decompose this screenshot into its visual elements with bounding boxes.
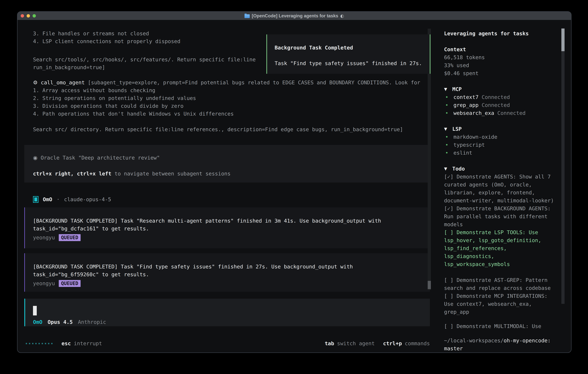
esc-key-label: interrupt: [74, 340, 102, 347]
active-model: Opus 4.5: [48, 319, 73, 325]
opencode-window: [OpenCode] Leveraging agents for tasks ◐…: [17, 11, 571, 353]
tool-name: call_omo_agent: [41, 80, 85, 85]
background-task-notification: Background Task Completed Task "Find typ…: [266, 34, 430, 74]
terminal-line: 2. String operations on potentially unde…: [33, 94, 427, 102]
agent-icon: [33, 196, 39, 203]
ctrlp-key-label: commands: [405, 340, 430, 347]
mcp-status: Connected: [482, 102, 510, 108]
task-user: yeongyu: [33, 234, 55, 241]
context-used: 33% used: [444, 61, 560, 69]
model-name: claude-opus-4-5: [64, 196, 111, 203]
session-header[interactable]: OmO · claude-opus-4-5: [33, 196, 111, 203]
window-title: [OpenCode] Leveraging agents for tasks ◐: [244, 13, 344, 19]
todo-section-header[interactable]: ▼Todo: [444, 165, 560, 173]
terminal-line: 1. Array access without bounds checking: [33, 86, 427, 94]
task-message-line: [BACKGROUND TASK COMPLETED] Task "Resear…: [33, 217, 430, 225]
context-heading: Context: [444, 45, 560, 53]
close-button[interactable]: [21, 14, 24, 18]
bullet-icon: •: [444, 93, 453, 101]
notification-title: Background Task Completed: [275, 44, 430, 51]
maximize-button[interactable]: [32, 14, 36, 18]
terminal-line: Search src/ directory. Return specific f…: [33, 125, 427, 133]
keybinding: ctrl+x right, ctrl+x left: [33, 171, 111, 177]
task-message-line: [BACKGROUND TASK COMPLETED] Task "Find t…: [33, 263, 430, 270]
bullet-icon: •: [444, 133, 453, 141]
mcp-item: •grep_app Connected: [444, 101, 560, 109]
tab-key-label: switch agent: [337, 340, 375, 347]
todo-done-items: [✓] Demonstrate AGENTS: Show all 7 curat…: [444, 173, 560, 228]
input-meta-row: OmO Opus 4.5 Anthropic: [33, 319, 106, 325]
lsp-item: •markdown-oxide: [444, 133, 560, 141]
chevron-down-icon: ▼: [444, 165, 452, 173]
titlebar[interactable]: [OpenCode] Leveraging agents for tasks ◐: [18, 12, 571, 20]
task-meta-row: yeongyu QUEUED: [33, 234, 430, 241]
spinner-icon: [26, 343, 52, 344]
text-cursor: [33, 306, 37, 315]
status-badge: QUEUED: [59, 234, 81, 241]
workspace-path: ~/local-workspaces/oh-my-opencode:: [444, 337, 560, 344]
folder-icon: [244, 14, 250, 18]
terminal-line: 4. Path operations that don't handle Win…: [33, 110, 427, 118]
background-task-message[interactable]: [BACKGROUND TASK COMPLETED] Task "Find t…: [24, 253, 430, 292]
mcp-section-header[interactable]: ▼MCP: [444, 85, 560, 93]
context-spent: $0.46 spent: [444, 69, 560, 77]
record-icon: ◉: [33, 155, 37, 161]
agent-name: OmO: [43, 196, 52, 203]
session-title: Leveraging agents for tasks: [444, 30, 560, 37]
traffic-lights: [21, 12, 36, 20]
oracle-hint-line: ctrl+x right, ctrl+x left to navigate be…: [33, 170, 430, 177]
mcp-item: •context7 Connected: [444, 93, 560, 101]
gear-icon: ⚙: [33, 80, 38, 85]
tool-args: [subagent_type=explore, prompt=Find pote…: [85, 80, 420, 85]
lsp-item: •eslint: [444, 149, 560, 157]
chevron-down-icon: ▼: [444, 85, 452, 93]
mcp-item: •websearch_exa Connected: [444, 109, 560, 117]
window-content: 3. File handles or streams not closed 4.…: [18, 20, 571, 353]
mcp-status: Connected: [497, 110, 525, 116]
mcp-name: websearch_exa: [453, 110, 494, 116]
lsp-section-header[interactable]: ▼LSP: [444, 125, 560, 133]
git-branch: master: [444, 344, 560, 353]
mcp-name: context7: [453, 94, 478, 100]
task-meta-row: yeongyu QUEUED: [33, 280, 430, 287]
sidebar: Leveraging agents for tasks Context 66,5…: [443, 20, 571, 353]
context-tokens: 66,518 tokens: [444, 53, 560, 61]
task-message-line: task_id="bg_6f59260c" to get results.: [33, 270, 430, 278]
sidebar-scrollbar[interactable]: [561, 29, 565, 304]
separator-dot: ·: [57, 196, 60, 203]
active-agent: OmO: [33, 319, 42, 325]
esc-key-hint: esc: [62, 340, 71, 347]
bullet-icon: •: [444, 149, 453, 157]
main-scrollbar-thumb[interactable]: [428, 281, 431, 289]
bullet-icon: •: [444, 101, 453, 109]
chevron-down-icon: ▼: [444, 125, 452, 133]
half-circle-icon: ◐: [340, 13, 344, 18]
status-bar: esc interrupt tab switch agent ctrl+p co…: [26, 340, 430, 347]
tool-call-line: ⚙ call_omo_agent [subagent_type=explore,…: [33, 79, 427, 86]
terminal-main[interactable]: 3. File handles or streams not closed 4.…: [18, 20, 443, 353]
prompt-input[interactable]: OmO Opus 4.5 Anthropic: [24, 299, 430, 326]
terminal-line: [33, 118, 427, 125]
task-message-line: task_id="bg_dcfac161" to get results.: [33, 225, 430, 233]
tab-key-hint: tab: [325, 340, 334, 347]
notification-body: Task "Find type safety issues" finished …: [275, 60, 430, 67]
sidebar-scrollbar-thumb[interactable]: [561, 29, 565, 51]
lsp-item: •typescript: [444, 141, 560, 149]
repo-name: oh-my-opencode:: [504, 338, 551, 343]
background-task-message[interactable]: [BACKGROUND TASK COMPLETED] Task "Resear…: [24, 208, 430, 248]
oracle-task-panel[interactable]: ◉ Oracle Task "Deep architecture review"…: [24, 145, 430, 183]
minimize-button[interactable]: [27, 14, 30, 18]
window-title-text: [OpenCode] Leveraging agents for tasks: [252, 13, 338, 19]
tool-call-block: ⚙ call_omo_agent [subagent_type=explore,…: [33, 79, 427, 133]
desktop: [OpenCode] Leveraging agents for tasks ◐…: [0, 0, 588, 374]
terminal-line: 3. Division operations that could divide…: [33, 102, 427, 110]
mcp-status: Connected: [482, 94, 510, 100]
model-provider: Anthropic: [78, 319, 106, 325]
task-user: yeongyu: [33, 280, 55, 287]
ctrlp-key-hint: ctrl+p: [383, 340, 402, 347]
oracle-task-line: ◉ Oracle Task "Deep architecture review": [33, 154, 430, 162]
todo-active-item: [ ] Demonstrate LSP TOOLS: Use lsp_hover…: [444, 228, 560, 268]
todo-pending-item: [ ] Demonstrate MULTIMODAL: Use: [444, 322, 560, 330]
todo-pending-items: [ ] Demonstrate AST-GREP: Pattern search…: [444, 276, 560, 316]
mcp-name: grep_app: [453, 102, 478, 108]
